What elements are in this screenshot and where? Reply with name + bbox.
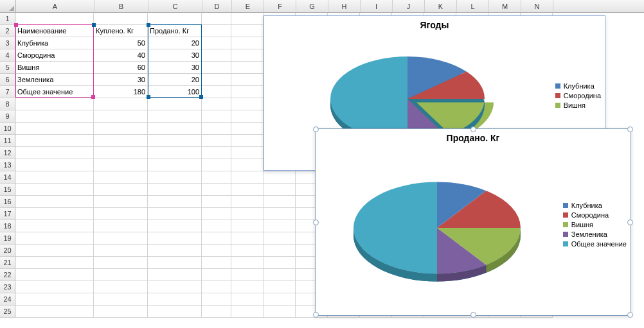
cell-C22[interactable] <box>148 269 202 281</box>
cell-D17[interactable] <box>202 208 231 220</box>
cell-F21[interactable] <box>264 257 296 269</box>
cell-D19[interactable] <box>202 232 231 245</box>
cell-A5[interactable]: Вишня <box>15 62 94 74</box>
cell-E10[interactable] <box>231 123 264 135</box>
cell-B12[interactable] <box>94 147 148 159</box>
cell-E19[interactable] <box>231 232 264 245</box>
cell-E12[interactable] <box>231 147 264 159</box>
cell-D10[interactable] <box>202 123 231 135</box>
col-header-G[interactable]: G <box>296 0 328 12</box>
cell-C6[interactable]: 20 <box>148 74 202 86</box>
cell-A17[interactable] <box>15 208 94 220</box>
col-header-K[interactable]: K <box>425 0 457 12</box>
cell-E15[interactable] <box>231 184 264 196</box>
cell-D3[interactable] <box>202 37 231 49</box>
cell-B9[interactable] <box>94 110 148 123</box>
row-header-15[interactable]: 15 <box>0 184 15 196</box>
cell-F17[interactable] <box>264 208 296 220</box>
cell-D1[interactable] <box>202 13 231 25</box>
cell-A14[interactable] <box>15 171 94 184</box>
cell-A11[interactable] <box>15 135 94 147</box>
cell-C18[interactable] <box>148 220 202 232</box>
cell-D2[interactable] <box>202 25 231 37</box>
cell-D18[interactable] <box>202 220 231 232</box>
cell-B15[interactable] <box>94 184 148 196</box>
cell-F24[interactable] <box>264 293 296 306</box>
cell-B13[interactable] <box>94 159 148 171</box>
resize-handle[interactable] <box>470 126 476 132</box>
cell-B22[interactable] <box>94 269 148 281</box>
row-header-7[interactable]: 7 <box>0 86 15 98</box>
spreadsheet[interactable]: A B C D E F G H I J K L M N 12Наименован… <box>0 0 644 328</box>
cell-E11[interactable] <box>231 135 264 147</box>
cell-E18[interactable] <box>231 220 264 232</box>
row-header-23[interactable]: 23 <box>0 281 15 293</box>
cell-E5[interactable] <box>231 62 264 74</box>
cell-D6[interactable] <box>202 74 231 86</box>
cell-B11[interactable] <box>94 135 148 147</box>
cell-C20[interactable] <box>148 245 202 257</box>
row-header-18[interactable]: 18 <box>0 220 15 232</box>
cell-C11[interactable] <box>148 135 202 147</box>
cell-C3[interactable]: 20 <box>148 37 202 49</box>
cell-D15[interactable] <box>202 184 231 196</box>
cell-B25[interactable] <box>94 306 148 318</box>
resize-handle[interactable] <box>313 126 319 132</box>
cell-C13[interactable] <box>148 159 202 171</box>
cell-E4[interactable] <box>231 49 264 62</box>
col-header-F[interactable]: F <box>264 0 296 12</box>
cell-C4[interactable]: 30 <box>148 49 202 62</box>
cell-B3[interactable]: 50 <box>94 37 148 49</box>
cell-A18[interactable] <box>15 220 94 232</box>
cell-A8[interactable] <box>15 98 94 110</box>
cell-E25[interactable] <box>231 306 264 318</box>
row-header-17[interactable]: 17 <box>0 208 15 220</box>
cell-F19[interactable] <box>264 232 296 245</box>
cell-B20[interactable] <box>94 245 148 257</box>
cell-C16[interactable] <box>148 196 202 208</box>
row-header-12[interactable]: 12 <box>0 147 15 159</box>
cell-A13[interactable] <box>15 159 94 171</box>
cell-A3[interactable]: Клубника <box>15 37 94 49</box>
row-header-1[interactable]: 1 <box>0 13 15 25</box>
select-all-corner[interactable] <box>0 0 16 13</box>
cell-A12[interactable] <box>15 147 94 159</box>
cell-A7[interactable]: Общее значение <box>15 86 94 98</box>
cell-A23[interactable] <box>15 281 94 293</box>
cell-A24[interactable] <box>15 293 94 306</box>
cell-E13[interactable] <box>231 159 264 171</box>
cell-A10[interactable] <box>15 123 94 135</box>
cell-E2[interactable] <box>231 25 264 37</box>
cell-A20[interactable] <box>15 245 94 257</box>
cell-D16[interactable] <box>202 196 231 208</box>
cell-B24[interactable] <box>94 293 148 306</box>
cell-C12[interactable] <box>148 147 202 159</box>
cell-F20[interactable] <box>264 245 296 257</box>
col-header-L[interactable]: L <box>457 0 489 12</box>
cell-D5[interactable] <box>202 62 231 74</box>
resize-handle[interactable] <box>470 312 476 318</box>
cell-B18[interactable] <box>94 220 148 232</box>
cell-D9[interactable] <box>202 110 231 123</box>
cell-C2[interactable]: Продано. Кг <box>148 25 202 37</box>
cell-C23[interactable] <box>148 281 202 293</box>
row-header-5[interactable]: 5 <box>0 62 15 74</box>
cell-D7[interactable] <box>202 86 231 98</box>
cell-B6[interactable]: 30 <box>94 74 148 86</box>
cell-C24[interactable] <box>148 293 202 306</box>
cell-C15[interactable] <box>148 184 202 196</box>
cell-B4[interactable]: 40 <box>94 49 148 62</box>
cell-F16[interactable] <box>264 196 296 208</box>
cell-A21[interactable] <box>15 257 94 269</box>
row-header-3[interactable]: 3 <box>0 37 15 49</box>
cell-E7[interactable] <box>231 86 264 98</box>
row-header-16[interactable]: 16 <box>0 196 15 208</box>
row-header-10[interactable]: 10 <box>0 123 15 135</box>
resize-handle[interactable] <box>627 126 633 132</box>
cell-C10[interactable] <box>148 123 202 135</box>
cell-C19[interactable] <box>148 232 202 245</box>
cell-F14[interactable] <box>264 171 296 184</box>
row-header-14[interactable]: 14 <box>0 171 15 184</box>
cell-C14[interactable] <box>148 171 202 184</box>
cell-A22[interactable] <box>15 269 94 281</box>
